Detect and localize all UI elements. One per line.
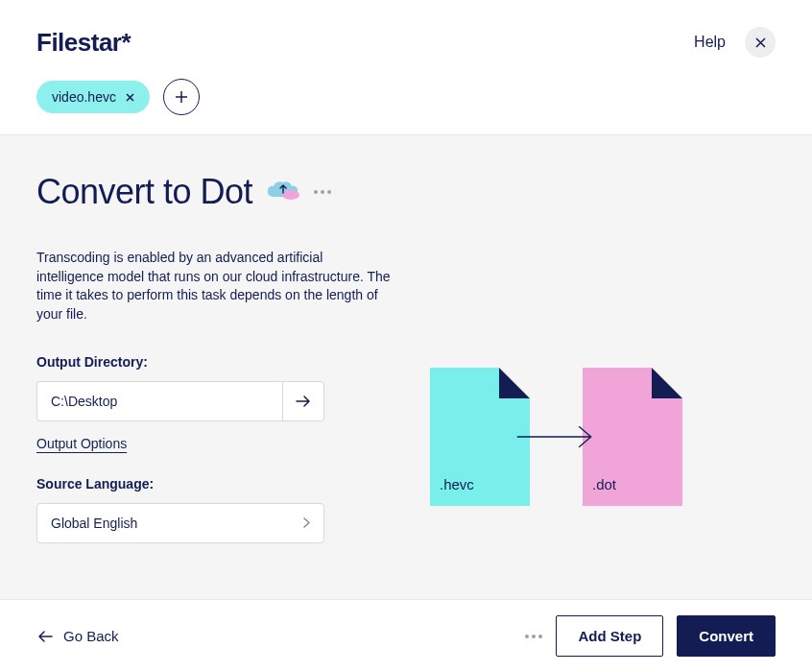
page-title: Convert to Dot — [36, 172, 252, 212]
add-file-button[interactable] — [163, 79, 200, 115]
app-logo: Filestar* — [36, 28, 131, 58]
file-chip-label: video.hevc — [52, 89, 116, 105]
arrow-right-icon — [295, 395, 312, 408]
go-back-label: Go Back — [63, 628, 119, 644]
file-chip-remove[interactable] — [126, 90, 134, 105]
close-icon — [126, 93, 134, 102]
output-directory-input[interactable] — [36, 381, 282, 421]
arrow-right-icon — [515, 422, 597, 451]
source-language-select[interactable]: Global English — [36, 503, 324, 543]
header-right: Help — [694, 27, 776, 58]
chevron-right-icon — [303, 516, 310, 531]
conversion-arrow — [515, 422, 597, 451]
file-fold-icon — [652, 368, 682, 398]
arrow-left-icon — [36, 630, 54, 643]
output-directory-group — [36, 381, 324, 421]
header-top: Filestar* Help — [36, 27, 776, 58]
target-file-illustration: .dot — [583, 368, 682, 506]
convert-button[interactable]: Convert — [677, 615, 776, 657]
header: Filestar* Help video.hevc — [0, 0, 812, 135]
close-button[interactable] — [745, 27, 776, 58]
output-options-link[interactable]: Output Options — [36, 436, 127, 451]
source-file-ext: .hevc — [440, 476, 474, 492]
cloud-upload-icon — [266, 180, 300, 204]
description-text: Transcoding is enabled by an advanced ar… — [36, 249, 392, 324]
target-file-ext: .dot — [592, 476, 616, 492]
left-column: Convert to Dot Transcoding is enabled by… — [36, 172, 401, 605]
conversion-diagram: .hevc .dot — [430, 172, 682, 605]
source-language-label: Source Language: — [36, 476, 401, 492]
help-link[interactable]: Help — [694, 34, 726, 51]
file-chip-row: video.hevc — [36, 79, 776, 115]
footer-right: Add Step Convert — [525, 615, 776, 657]
output-directory-label: Output Directory: — [36, 354, 401, 370]
more-options-icon[interactable] — [314, 190, 331, 194]
footer: Go Back Add Step Convert — [0, 599, 812, 672]
page-title-row: Convert to Dot — [36, 172, 401, 212]
output-directory-browse-button[interactable] — [282, 381, 324, 421]
go-back-button[interactable]: Go Back — [36, 628, 119, 644]
main-content: Convert to Dot Transcoding is enabled by… — [0, 135, 812, 634]
file-chip[interactable]: video.hevc — [36, 81, 150, 113]
source-language-value: Global English — [51, 516, 137, 531]
plus-icon — [175, 90, 188, 104]
close-icon — [755, 37, 766, 48]
file-fold-icon — [499, 368, 530, 398]
footer-more-icon[interactable] — [525, 635, 542, 638]
svg-point-0 — [282, 190, 299, 200]
add-step-button[interactable]: Add Step — [556, 615, 663, 657]
